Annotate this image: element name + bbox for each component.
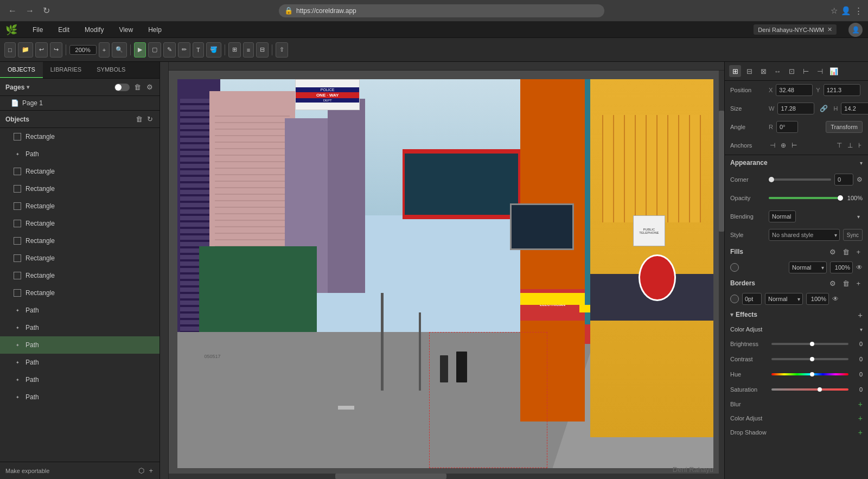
text-tool[interactable]: T — [193, 42, 204, 58]
x-input[interactable] — [776, 84, 813, 96]
rp-tab-align[interactable]: ⊟ — [743, 65, 755, 77]
tab-libraries[interactable]: LIBRARIES — [43, 62, 89, 78]
fill-blend-select[interactable]: Normal — [789, 261, 827, 273]
new-btn[interactable]: □ — [4, 42, 16, 58]
border-visibility-icon[interactable]: 👁 — [832, 295, 839, 303]
menu-modify[interactable]: Modify — [81, 25, 107, 35]
anchor-left-icon[interactable]: ⊣ — [769, 140, 776, 150]
list-item[interactable]: Rectangle — [0, 267, 159, 284]
borders-delete-icon[interactable]: 🗑 — [840, 278, 852, 289]
list-item[interactable]: Rectangle — [0, 232, 159, 250]
contrast-slider[interactable] — [771, 358, 848, 360]
list-item[interactable]: Rectangle — [0, 215, 159, 232]
select-tool[interactable]: ▶ — [134, 42, 146, 58]
anchor-middle-icon[interactable]: ⊥ — [846, 140, 854, 150]
objects-refresh-btn[interactable]: ↻ — [146, 114, 154, 124]
bookmark-icon[interactable]: ☆ — [831, 6, 838, 16]
pages-chevron[interactable]: ▾ — [27, 84, 29, 90]
tab-symbols[interactable]: SYMBOLS — [89, 62, 133, 78]
list-item[interactable]: ✦ Path — [0, 302, 159, 319]
rp-tab-transform[interactable]: ↔ — [771, 65, 783, 77]
anchor-right-icon[interactable]: ⊢ — [790, 140, 798, 150]
scrollbar-horizontal[interactable] — [169, 474, 724, 479]
list-item[interactable]: ✦ Path — [0, 354, 159, 371]
drop-shadow-add-icon[interactable]: + — [858, 428, 863, 437]
reload-icon[interactable]: ↻ — [40, 4, 53, 17]
list-item[interactable]: Rectangle — [0, 284, 159, 302]
color-adjust2-add-icon[interactable]: + — [858, 414, 863, 423]
list-item[interactable]: ✦ Path — [0, 388, 159, 406]
back-icon[interactable]: ← — [5, 5, 20, 17]
rp-tab-more2[interactable]: ⊢ — [800, 65, 812, 77]
fill-opacity-input[interactable] — [830, 261, 853, 273]
hue-slider[interactable] — [771, 373, 848, 375]
canvas-content[interactable]: POLICE ONE · WAY DEPT — [169, 71, 719, 474]
h-input[interactable] — [841, 103, 868, 114]
color-adjust-header[interactable]: Color Adjust ▾ — [725, 322, 868, 336]
menu-dots-icon[interactable]: ⋮ — [854, 6, 863, 16]
saturation-slider[interactable] — [771, 388, 848, 391]
border-color-swatch[interactable] — [730, 295, 739, 303]
scrollbar-vertical[interactable] — [719, 71, 724, 474]
transform-button[interactable]: Transform — [826, 121, 863, 133]
fills-settings-icon[interactable]: ⚙ — [827, 247, 838, 257]
anchor-center-icon[interactable]: ⊕ — [780, 140, 787, 150]
menu-view[interactable]: View — [116, 25, 136, 35]
tab-objects[interactable]: OBJECTS — [0, 62, 43, 78]
fills-section-header[interactable]: Fills ⚙ 🗑 + — [725, 244, 868, 259]
effects-collapse-icon[interactable]: ▾ — [730, 311, 733, 318]
angle-input[interactable] — [776, 121, 798, 133]
tab-close-icon[interactable]: ✕ — [827, 26, 832, 33]
link-proportions-icon[interactable]: 🔗 — [818, 104, 830, 113]
page-1-item[interactable]: 📄 Page 1 — [0, 96, 159, 110]
address-bar[interactable]: 🔒 https://coreldraw.app — [279, 4, 604, 17]
fill-visibility-icon[interactable]: 👁 — [856, 264, 863, 271]
bezier-tool[interactable]: ✏ — [178, 42, 190, 58]
borders-section-header[interactable]: Borders ⚙ 🗑 + — [725, 276, 868, 291]
add-export-btn[interactable]: + — [148, 465, 154, 476]
group-btn[interactable]: ⊞ — [228, 42, 241, 58]
export-btn[interactable]: ⇧ — [276, 42, 288, 58]
effects-add-icon[interactable]: + — [858, 310, 863, 320]
rp-tab-properties[interactable]: ⊞ — [729, 65, 741, 77]
rp-tab-distribute[interactable]: ⊠ — [757, 65, 769, 77]
zoom-in-btn[interactable]: + — [99, 42, 110, 58]
menu-file[interactable]: File — [29, 25, 46, 35]
list-item[interactable]: Rectangle — [0, 197, 159, 215]
contrast-thumb[interactable] — [810, 357, 814, 361]
list-item[interactable]: Rectangle — [0, 250, 159, 267]
export-icon-btn[interactable]: ⬡ — [137, 465, 145, 476]
list-item[interactable]: ✦ Path — [0, 145, 159, 163]
blur-add-icon[interactable]: + — [858, 400, 863, 408]
distribute-btn[interactable]: ⊟ — [256, 42, 269, 58]
zoom-display[interactable]: 200% — [69, 45, 97, 55]
drop-shadow-row[interactable]: Drop Shadow + — [725, 425, 868, 439]
border-opacity-input[interactable] — [806, 293, 829, 305]
border-size-input[interactable] — [742, 293, 762, 305]
corner-slider[interactable] — [769, 178, 831, 181]
brightness-slider[interactable] — [771, 343, 848, 345]
blending-select[interactable]: Normal Multiply Screen — [769, 210, 796, 222]
profile-avatar[interactable]: 👤 — [848, 23, 863, 37]
borders-settings-icon[interactable]: ⚙ — [827, 278, 838, 289]
undo-btn[interactable]: ↩ — [35, 42, 48, 58]
fills-delete-icon[interactable]: 🗑 — [840, 247, 852, 257]
menu-edit[interactable]: Edit — [55, 25, 73, 35]
browser-nav[interactable]: ← → ↻ — [5, 4, 53, 17]
anchor-top-icon[interactable]: ⊤ — [835, 140, 843, 150]
list-item[interactable]: ✦ Path — [0, 319, 159, 336]
pages-delete-btn[interactable]: 🗑 — [133, 82, 142, 92]
y-input[interactable] — [824, 84, 860, 96]
style-select[interactable]: No shared style — [769, 229, 840, 241]
border-blend-select[interactable]: Normal — [765, 293, 803, 305]
menu-help[interactable]: Help — [145, 25, 165, 35]
list-item[interactable]: ✦ Path — [0, 371, 159, 388]
objects-delete-btn[interactable]: 🗑 — [135, 114, 144, 124]
rp-tab-more4[interactable]: 📊 — [828, 65, 840, 77]
list-item[interactable]: ✦ Path — [0, 336, 159, 354]
shape-tool[interactable]: ▢ — [148, 42, 161, 58]
color-adjust-arrow[interactable]: ▾ — [860, 327, 863, 333]
pages-settings-btn[interactable]: ⚙ — [145, 82, 154, 92]
profile-icon[interactable]: 👤 — [841, 6, 851, 16]
color-adjust2-row[interactable]: Color Adjust + — [725, 411, 868, 425]
